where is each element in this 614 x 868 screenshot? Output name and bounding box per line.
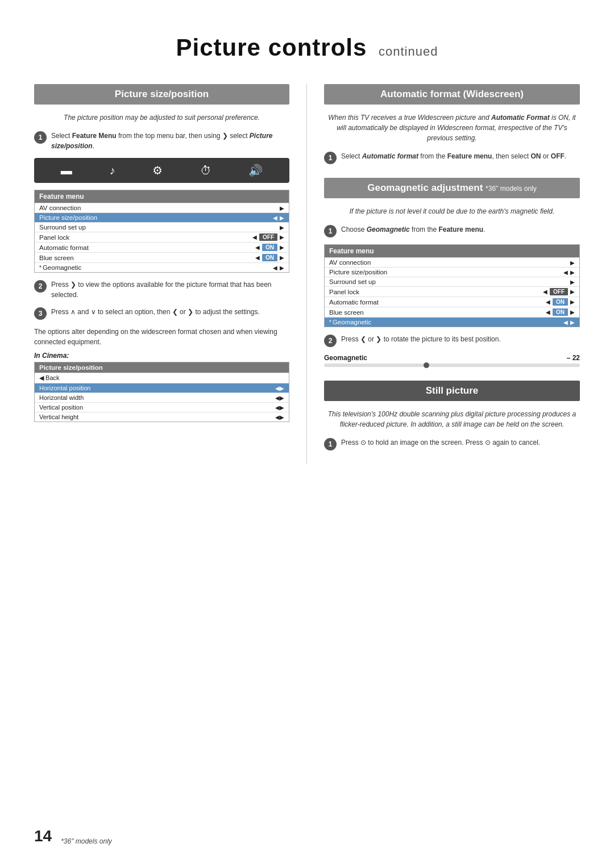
settings-icon: ⚙ [152, 164, 163, 177]
step-2-text: Press ❯ to view the options available fo… [51, 279, 289, 300]
two-col-layout: Picture size/position The picture positi… [34, 84, 580, 464]
geo-gauge-marker [424, 362, 429, 368]
page-number: 14 [34, 827, 52, 845]
picture-position-menu: Picture size/position ◀ Back Horizontal … [34, 362, 289, 422]
page-footer: 14 *36" models only [34, 827, 580, 845]
step-1-num: 1 [34, 131, 47, 144]
step-3-num: 3 [34, 307, 47, 320]
r-menu-row-blue-screen: Blue screen ◀ON▶ [325, 307, 579, 317]
step-1-text: Select Feature Menu from the top menu ba… [51, 131, 289, 151]
picture-size-header: Picture size/position [34, 84, 289, 105]
right-column: Automatic format (Widescreen) When this … [307, 84, 580, 464]
clock-icon: ⏱ [200, 164, 211, 177]
still-picture-intro: This television's 100Hz double scanning … [324, 409, 580, 429]
menu-row-auto-format: Automatic format ◀ON▶ [35, 242, 289, 252]
still-picture-step-1-text: Press ⊙ to hold an image on the screen. … [341, 437, 580, 448]
r-menu-row-av: AV connection ▶ [325, 257, 579, 267]
feature-menu-table: Feature menu AV connection ▶ Picture siz… [34, 190, 289, 273]
r-menu-row-auto-format: Automatic format ◀ON▶ [325, 297, 579, 307]
music-icon: ♪ [109, 164, 115, 177]
tv-icons-bar: ▬ ♪ ⚙ ⏱ 🔊 [34, 158, 289, 183]
geo-label-text: Geomagnetic [324, 354, 367, 362]
auto-format-step-1-text: Select Automatic format from the Feature… [341, 151, 580, 161]
still-picture-step-1: 1 Press ⊙ to hold an image on the screen… [324, 437, 580, 450]
vertical-position-row: Vertical position ◀▶ [35, 402, 289, 412]
auto-format-section: Automatic format (Widescreen) When this … [324, 84, 580, 164]
geomagnetic-intro: If the picture is not level it could be … [324, 206, 580, 216]
picture-size-intro: The picture position may be adjusted to … [34, 112, 289, 123]
menu-row-blue-screen: Blue screen ◀ON▶ [35, 252, 289, 262]
left-column: Picture size/position The picture positi… [34, 84, 307, 464]
r-menu-row-picture-size: Picture size/position ◀▶ [325, 267, 579, 277]
menu-row-picture-size: Picture size/position ◀▶ [35, 212, 289, 222]
page-title: Picture controls continued [34, 34, 580, 61]
geomagnetic-step-1-text: Choose Geomagnetic from the Feature menu… [341, 224, 580, 235]
geomagnetic-step-2: 2 Press ❮ or ❯ to rotate the picture to … [324, 334, 580, 347]
horizontal-width-row: Horizontal width ◀▶ [35, 393, 289, 402]
step-2: 2 Press ❯ to view the options available … [34, 279, 289, 300]
picture-icon: ▬ [61, 164, 72, 177]
r-menu-row-panel-lock: Panel lock ◀OFF▶ [325, 286, 579, 297]
in-cinema-label: In Cinema: [34, 352, 289, 360]
feature-menu-header: Feature menu [35, 190, 289, 203]
horizontal-position-row: Horizontal position ◀▶ [35, 383, 289, 393]
menu-row-geomagnetic-1: *Geomagnetic ◀▶ [35, 262, 289, 272]
feature-menu-table-right: Feature menu AV connection ▶ Picture siz… [324, 244, 580, 327]
picture-size-section: Picture size/position The picture positi… [34, 84, 289, 422]
still-picture-step-1-num: 1 [324, 438, 337, 450]
note-text: The options alter depending on the wides… [34, 327, 289, 347]
geomagnetic-header: Geomagnetic adjustment *36" models only [324, 178, 580, 198]
still-picture-header: Still picture [324, 381, 580, 401]
footnote: *36" models only [61, 837, 112, 845]
geomagnetic-step-2-text: Press ❮ or ❯ to rotate the picture to it… [341, 334, 580, 344]
geomagnetic-step-2-num: 2 [324, 335, 337, 347]
geomagnetic-step-1-num: 1 [324, 225, 337, 237]
page-container: Picture controls continued Picture size/… [0, 0, 614, 868]
picture-position-menu-header: Picture size/position [35, 362, 289, 373]
step-3: 3 Press ∧ and ∨ to select an option, the… [34, 307, 289, 320]
menu-row-panel-lock: Panel lock ◀OFF▶ [35, 232, 289, 242]
auto-format-header: Automatic format (Widescreen) [324, 84, 580, 105]
menu-row-surround: Surround set up ▶ [35, 222, 289, 232]
feature-menu-header-right: Feature menu [325, 245, 579, 257]
geomagnetic-header-suffix: *36" models only [486, 185, 537, 193]
geo-label-value: – 22 [567, 354, 580, 362]
auto-format-intro: When this TV receives a true Widescreen … [324, 112, 580, 143]
geomagnetic-step-1: 1 Choose Geomagnetic from the Feature me… [324, 224, 580, 237]
auto-format-step-1-num: 1 [324, 152, 337, 164]
r-menu-row-geomagnetic: *Geomagnetic ◀▶ [325, 317, 579, 327]
step-2-num: 2 [34, 280, 47, 293]
page-title-block: Picture controls continued [34, 34, 580, 61]
geo-gauge-label: Geomagnetic – 22 [324, 354, 580, 362]
geo-gauge-bar [324, 364, 580, 367]
auto-format-step-1: 1 Select Automatic format from the Featu… [324, 151, 580, 164]
step-3-text: Press ∧ and ∨ to select an option, then … [51, 307, 289, 317]
vertical-height-row: Vertical height ◀▶ [35, 412, 289, 422]
geomagnetic-gauge: Geomagnetic – 22 [324, 354, 580, 367]
menu-row-av: AV connection ▶ [35, 203, 289, 212]
speaker-icon: 🔊 [248, 164, 263, 177]
still-picture-section: Still picture This television's 100Hz do… [324, 381, 580, 450]
geomagnetic-section: Geomagnetic adjustment *36" models only … [324, 178, 580, 367]
step-1: 1 Select Feature Menu from the top menu … [34, 131, 289, 151]
r-menu-row-surround: Surround set up ▶ [325, 277, 579, 286]
back-row: ◀ Back [35, 373, 289, 383]
